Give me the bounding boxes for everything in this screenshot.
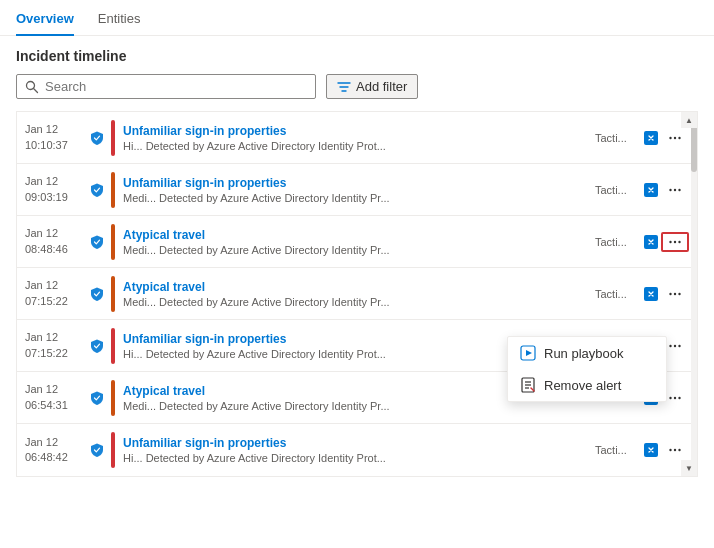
more-options-button[interactable] [661,130,689,146]
item-meta: Medi... Detected by Azure Active Directo… [123,192,591,204]
timeline-item[interactable]: Jan 12 09:03:19 Unfamiliar sign-in prope… [17,164,697,216]
shield-icon [89,442,105,458]
timeline-container: ▲ Jan 12 10:10:37 Unfamiliar sign-in pro… [16,111,698,477]
severity-label: Medi... [123,244,156,256]
alert-icon [643,234,659,250]
filter-icon [337,80,351,94]
shield-col [87,130,107,146]
shield-icon [89,286,105,302]
shield-icon [89,390,105,406]
tabs-bar: Overview Entities [0,0,714,36]
shield-col [87,390,107,406]
tab-entities[interactable]: Entities [98,1,141,36]
shield-col [87,442,107,458]
severity-bar [111,432,115,468]
timeline-item[interactable]: Jan 12 07:15:22 Atypical travel Medi... … [17,268,697,320]
severity-bar [111,276,115,312]
alert-icon [643,286,659,302]
ellipsis-icon [667,338,683,354]
svg-point-4 [674,136,676,138]
more-options-button[interactable] [661,232,689,252]
item-tactic: Tacti... [595,132,637,144]
scrollbar-track [691,112,697,476]
alert-icon-col [641,286,661,302]
more-options-button[interactable] [661,286,689,302]
context-menu-run-playbook[interactable]: Run playbook [508,337,666,369]
remove-icon [520,377,536,393]
scroll-up-arrow[interactable]: ▲ [681,112,697,128]
ellipsis-icon [667,442,683,458]
item-date: Jan 12 07:15:22 [25,330,87,361]
severity-bar [111,328,115,364]
item-meta: Hi... Detected by Azure Active Directory… [123,140,591,152]
alert-icon-col [641,442,661,458]
scroll-down-arrow[interactable]: ▼ [681,460,697,476]
ellipsis-icon [667,286,683,302]
svg-point-15 [669,292,671,294]
run-playbook-label: Run playbook [544,346,624,361]
timeline-item[interactable]: Jan 12 06:48:42 Unfamiliar sign-in prope… [17,424,697,476]
svg-point-29 [678,449,680,451]
shield-icon [89,182,105,198]
severity-bar [111,380,115,416]
svg-marker-31 [526,350,532,356]
item-content: Atypical travel Medi... Detected by Azur… [123,280,591,308]
main-content: Incident timeline Add filter ▲ Jan 12 10… [0,36,714,489]
item-tactic: Tacti... [595,288,637,300]
timeline-item[interactable]: Jan 12 10:10:37 Unfamiliar sign-in prope… [17,112,697,164]
more-options-button[interactable] [661,442,689,458]
search-box[interactable] [16,74,316,99]
item-date: Jan 12 08:48:46 [25,226,87,257]
svg-point-5 [678,136,680,138]
item-date: Jan 12 09:03:19 [25,174,87,205]
svg-point-0 [27,81,35,89]
shield-icon [89,130,105,146]
item-title: Atypical travel [123,280,591,294]
shield-col [87,234,107,250]
severity-label: Hi... [123,140,143,152]
item-meta: Hi... Detected by Azure Active Directory… [123,452,591,464]
item-title: Unfamiliar sign-in properties [123,176,591,190]
item-title: Unfamiliar sign-in properties [123,436,591,450]
item-date: Jan 12 06:54:31 [25,382,87,413]
search-row: Add filter [16,74,698,99]
more-options-button[interactable] [661,182,689,198]
search-input[interactable] [45,79,307,94]
item-meta: Medi... Detected by Azure Active Directo… [123,244,591,256]
item-tactic: Tacti... [595,184,637,196]
svg-point-17 [678,292,680,294]
svg-point-11 [669,240,671,242]
playbook-icon [520,345,536,361]
severity-bar [111,172,115,208]
severity-bar [111,224,115,260]
svg-point-23 [669,396,671,398]
item-title: Atypical travel [123,228,591,242]
add-filter-button[interactable]: Add filter [326,74,418,99]
alert-icon [643,442,659,458]
tab-overview[interactable]: Overview [16,1,74,36]
svg-line-1 [34,88,38,92]
svg-point-7 [669,188,671,190]
item-date: Jan 12 06:48:42 [25,435,87,466]
svg-point-21 [678,344,680,346]
section-title: Incident timeline [16,48,698,64]
severity-label: Hi... [123,452,143,464]
alert-icon [643,182,659,198]
timeline-item[interactable]: Jan 12 08:48:46 Atypical travel Medi... … [17,216,697,268]
shield-icon [89,234,105,250]
item-tactic: Tacti... [595,444,637,456]
context-menu-remove-alert[interactable]: Remove alert [508,369,666,401]
shield-col [87,286,107,302]
alert-icon-col [641,182,661,198]
ellipsis-icon [667,390,683,406]
alert-icon-col [641,234,661,250]
svg-point-27 [669,449,671,451]
svg-point-8 [674,188,676,190]
svg-point-25 [678,396,680,398]
svg-point-20 [674,344,676,346]
alert-icon-col [641,130,661,146]
alert-icon [643,130,659,146]
severity-label: Medi... [123,192,156,204]
search-icon [25,80,39,94]
ellipsis-icon [667,234,683,250]
